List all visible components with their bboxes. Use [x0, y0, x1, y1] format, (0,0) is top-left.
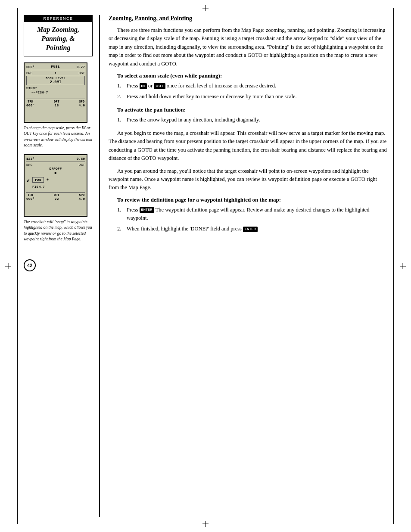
- gps2-drpoff: DRPOFF: [26, 167, 85, 171]
- gps2-pan-box: PAN: [32, 177, 44, 183]
- review-step-2: 2. When finished, highlight the 'DONE?' …: [117, 225, 387, 233]
- screen1-caption: To change the map scale, press the IN or…: [24, 125, 93, 148]
- gps2-dpt-val: 22: [55, 197, 59, 201]
- zoom-step2-text: Press and hold down either key to increa…: [127, 93, 297, 101]
- review-step2-text: When finished, highlight the 'DONE?' fie…: [127, 225, 258, 233]
- zoom-step1-text: Press IN or OUT once for each level of i…: [127, 82, 276, 90]
- zoom-step-2: 2. Press and hold down either key to inc…: [117, 93, 387, 101]
- sidebar-title-box: Map Zooming, Panning, & Pointing: [24, 22, 93, 56]
- review-step1-text: Press ENTER The waypoint definition page…: [127, 206, 387, 223]
- cross-bottom-center: [202, 521, 209, 527]
- pan-steps-list: 1. Press the arrow keypad in any directi…: [117, 116, 387, 124]
- gps1-brg: BRG: [26, 71, 32, 75]
- page-border-right: [393, 8, 394, 524]
- in-button: IN: [140, 83, 147, 89]
- pan-section-title: To activate the pan function:: [109, 106, 387, 113]
- review-section-title: To review the definition page for a wayp…: [109, 196, 387, 203]
- pan-body: As you begin to move the map, a crosshai…: [109, 129, 387, 163]
- zoom-steps-list: 1. Press IN or OUT once for each level o…: [117, 82, 387, 101]
- out-button: OUT: [154, 83, 165, 89]
- gps-screen-1: 000° FUEL 0.77 BRG ⬆ DST ZOOM LEVEL 2.0M…: [24, 62, 87, 123]
- enter-button-1: ENTER: [140, 207, 154, 213]
- gps1-fish: ~~FISH-7: [31, 90, 85, 94]
- gps2-trk-label: TRK: [28, 193, 33, 197]
- gps1-top-right: 0.77: [77, 65, 85, 69]
- reference-tab: REFERENCE: [24, 15, 93, 22]
- gps1-dpt-label: DPT: [54, 100, 59, 103]
- gps2-trk-val: 000°: [26, 197, 34, 201]
- main-content: Zooming, Panning, and Pointing There are…: [99, 15, 387, 517]
- zoom-step-1: 1. Press IN or OUT once for each level o…: [117, 82, 387, 90]
- gps2-top-left: 123°: [26, 157, 34, 161]
- gps1-zoom-value: 2.0MI: [28, 80, 83, 84]
- gps1-spd-val: 4.0: [79, 103, 85, 107]
- page-content: REFERENCE Map Zooming, Panning, & Pointi…: [24, 15, 387, 517]
- gps1-zoom-label: ZOOM LEVEL: [28, 77, 83, 80]
- section-heading: Zooming, Panning, and Pointing: [109, 15, 387, 22]
- gps2-spd-label: SPD: [79, 193, 84, 197]
- gps2-top-right: 0.60: [77, 157, 85, 161]
- gps1-top-left: 000°: [26, 65, 34, 69]
- pan-step1-text: Press the arrow keypad in any direction,…: [127, 116, 260, 124]
- gps2-brg: BRG: [26, 163, 32, 167]
- gps2-pan-arrow-left: ↙: [26, 176, 30, 184]
- cross-right-center: [400, 263, 406, 269]
- gps2-fish: FISH-7: [32, 185, 85, 189]
- pan-body2: As you pan around the map, you'll notice…: [109, 167, 387, 192]
- gps2-pan-plus: +: [47, 178, 49, 182]
- gps1-trk-label: TRK: [28, 100, 33, 103]
- gps1-spd-label: SPD: [79, 100, 84, 103]
- gps1-fuel-label: FUEL: [51, 65, 60, 68]
- gps-screen-2: 123° 0.60 BRG DST DRPOFF ■ ↙ PAN + FISH-…: [24, 154, 87, 217]
- page-number-circle: 42: [24, 259, 36, 271]
- cross-top-center: [202, 5, 209, 11]
- screen2-caption: The crosshair will "snap" to waypoints h…: [24, 219, 93, 242]
- pan-step-1: 1. Press the arrow keypad in any directi…: [117, 116, 387, 124]
- page-border-left: [17, 8, 18, 524]
- sidebar: REFERENCE Map Zooming, Panning, & Pointi…: [24, 15, 99, 517]
- gps2-dst: DST: [79, 163, 85, 167]
- sidebar-title: Map Zooming, Panning, & Pointing: [28, 25, 88, 52]
- gps1-waypoint: STUMP: [26, 86, 85, 90]
- review-step-1: 1. Press ENTER The waypoint definition p…: [117, 206, 387, 223]
- reference-label: REFERENCE: [43, 16, 73, 21]
- gps1-trk-val: 000°: [26, 103, 34, 107]
- gps2-spd-val: 4.0: [79, 197, 85, 201]
- cross-left-center: [5, 263, 11, 269]
- gps1-dpt-val: 18: [55, 103, 59, 107]
- review-steps-list: 1. Press ENTER The waypoint definition p…: [117, 206, 387, 233]
- gps1-dst: DST: [79, 71, 85, 75]
- zoom-section-title: To select a zoom scale (even while panni…: [109, 72, 387, 79]
- enter-button-2: ENTER: [243, 227, 258, 232]
- gps2-dpt-label: DPT: [54, 193, 59, 197]
- page-number: 42: [27, 263, 32, 268]
- gps1-arrow: ⬆: [55, 71, 57, 75]
- intro-paragraph: There are three main functions you can p…: [109, 26, 387, 68]
